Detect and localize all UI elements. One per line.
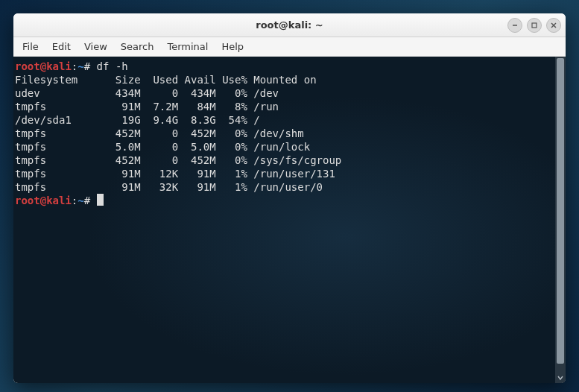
output-row: tmpfs 91M 32K 91M 1% /run/user/0 [15, 181, 323, 193]
prompt-sep2: # [84, 195, 97, 206]
prompt-path: ~ [77, 60, 83, 72]
prompt-user: root@kali [15, 60, 72, 72]
svg-rect-1 [532, 23, 537, 28]
terminal-area[interactable]: root@kali:~# df -h Filesystem Size Used … [13, 57, 566, 383]
output-row: udev 434M 0 434M 0% /dev [15, 87, 279, 99]
titlebar: root@kali: ~ [13, 13, 566, 37]
menu-help[interactable]: Help [215, 39, 250, 54]
scroll-thumb[interactable] [557, 58, 564, 364]
window-controls [507, 18, 561, 33]
close-icon [550, 22, 557, 29]
prompt-path: ~ [77, 195, 83, 206]
menu-terminal[interactable]: Terminal [161, 39, 214, 54]
close-button[interactable] [546, 18, 561, 33]
maximize-button[interactable] [527, 18, 542, 33]
menu-edit[interactable]: Edit [46, 39, 77, 54]
prompt-sep2: # [84, 60, 97, 72]
output-row: tmpfs 452M 0 452M 0% /dev/shm [15, 127, 304, 139]
output-row: /dev/sda1 19G 9.4G 8.3G 54% / [15, 114, 260, 126]
menubar: File Edit View Search Terminal Help [13, 37, 566, 57]
terminal-window: root@kali: ~ File Edit View Search Termi… [13, 13, 566, 383]
scroll-down-button[interactable] [555, 373, 566, 383]
window-title: root@kali: ~ [13, 19, 566, 31]
output-row: tmpfs 5.0M 0 5.0M 0% /run/lock [15, 141, 310, 153]
menu-view[interactable]: View [78, 39, 113, 54]
command-text: df -h [97, 60, 128, 72]
menu-file[interactable]: File [16, 39, 45, 54]
menu-search[interactable]: Search [115, 39, 160, 54]
scrollbar[interactable] [555, 57, 566, 383]
prompt-user: root@kali [15, 195, 72, 206]
output-header: Filesystem Size Used Avail Use% Mounted … [15, 74, 317, 86]
output-row: tmpfs 91M 7.2M 84M 8% /run [15, 101, 279, 113]
maximize-icon [531, 22, 538, 29]
terminal-content[interactable]: root@kali:~# df -h Filesystem Size Used … [13, 57, 555, 383]
cursor-icon [97, 194, 104, 206]
output-row: tmpfs 452M 0 452M 0% /sys/fs/cgroup [15, 154, 341, 166]
chevron-down-icon [557, 375, 563, 381]
output-row: tmpfs 91M 12K 91M 1% /run/user/131 [15, 168, 335, 180]
minimize-button[interactable] [507, 18, 522, 33]
minimize-icon [511, 22, 519, 29]
